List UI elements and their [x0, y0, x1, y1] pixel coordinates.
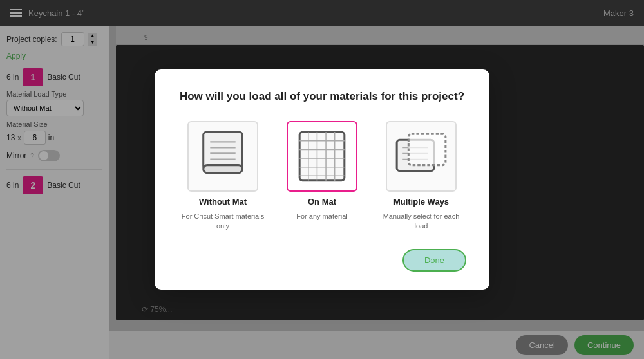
option-multiple-ways-card [386, 121, 457, 192]
option-on-mat-label: On Mat [308, 197, 336, 207]
modal-overlay: How will you load all of your materials … [0, 0, 644, 359]
svg-rect-1 [204, 165, 243, 172]
on-mat-icon [288, 122, 356, 190]
option-without-mat-sublabel: For Cricut Smart materials only [181, 212, 265, 232]
option-on-mat-card [287, 121, 357, 192]
option-without-mat[interactable]: Without Mat For Cricut Smart materials o… [181, 121, 265, 232]
multiple-ways-icon [387, 122, 455, 190]
option-multiple-ways-label: Multiple Ways [393, 197, 449, 207]
option-on-mat-sublabel: For any material [296, 212, 347, 221]
option-on-mat[interactable]: On Mat For any material [280, 121, 364, 232]
option-multiple-ways[interactable]: Multiple Ways Manually select for each l… [379, 121, 463, 232]
svg-rect-6 [299, 132, 345, 181]
modal-title: How will you load all of your materials … [178, 90, 466, 103]
without-mat-icon [189, 122, 257, 190]
option-without-mat-label: Without Mat [199, 197, 247, 207]
modal-options: Without Mat For Cricut Smart materials o… [178, 121, 466, 232]
modal-footer: Done [178, 249, 466, 272]
modal-dialog: How will you load all of your materials … [155, 69, 489, 290]
option-multiple-ways-sublabel: Manually select for each load [379, 212, 463, 232]
option-without-mat-card [187, 121, 258, 192]
done-button[interactable]: Done [402, 249, 466, 272]
svg-rect-0 [204, 132, 243, 169]
svg-rect-20 [408, 134, 446, 165]
